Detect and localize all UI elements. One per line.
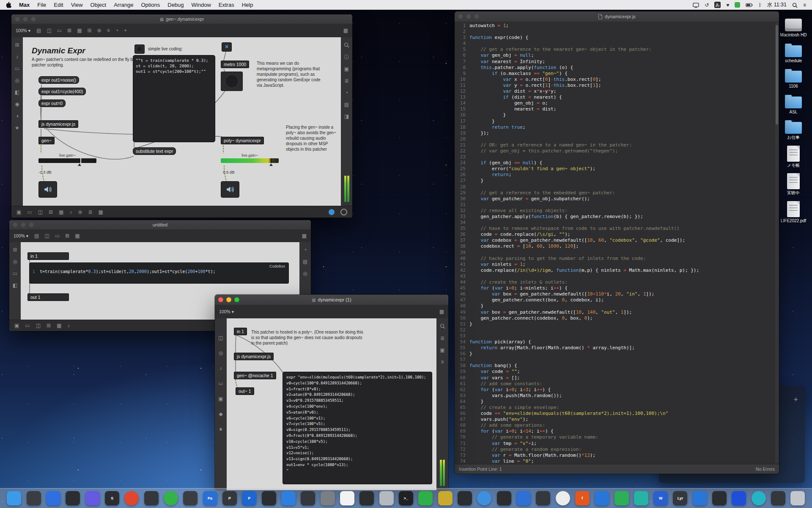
metro-object[interactable]: metro 1000 [221, 61, 249, 68]
toolbar-icon[interactable]: ⓘ [344, 55, 349, 60]
code-line-37[interactable]: 37 var codebox = gen_patcher.newdefault(… [455, 237, 776, 243]
code-line-50[interactable]: 50 gen_patcher.connect(codebox, 0, box, … [455, 315, 776, 321]
out-object[interactable]: out~ 1 [236, 387, 254, 395]
toolbar-icon[interactable]: ≣ [440, 336, 444, 341]
toolbar-icon[interactable]: ▩ [343, 28, 348, 33]
apple-menu[interactable] [6, 1, 11, 8]
patcher-canvas[interactable]: Dynamic Expr A gen~ patcher's content ca… [23, 37, 341, 206]
expr-message[interactable]: expr "env=slide(mulequals(t60(samplerate… [283, 372, 432, 484]
gen-object[interactable]: gen~ [38, 137, 55, 144]
toolbar-icon[interactable]: ◫ [36, 323, 41, 328]
gain-track[interactable] [38, 158, 96, 163]
gen-patcher-window[interactable]: ▦gen~.dynamicexpr 100% ▾ ▤◫▭⊠▦⊞⊕≡◔+ ▩ ⊞♪… [11, 14, 352, 218]
toolbar-icon[interactable]: ⊞ [15, 42, 19, 47]
code-line-2[interactable]: 2 [455, 29, 776, 35]
js-editor-window[interactable]: dynamicexpr.js 1autowatch = 1; 2 3functi… [455, 11, 779, 474]
code-line-66[interactable]: 66 code += "env=slide(mulequals(t60(samp… [455, 411, 776, 417]
toolbar-icon[interactable]: ⊠ [67, 28, 71, 33]
code-line-61[interactable]: 61 // add some constants: [455, 381, 776, 387]
toolbar-icon[interactable]: ▤ [344, 102, 349, 107]
toolbar-icon[interactable]: ⊕ [97, 28, 102, 33]
menu-item-options[interactable]: Options [141, 2, 160, 8]
toolbar-icon[interactable]: ▦ [59, 210, 63, 215]
time-machine-icon[interactable]: ↺ [705, 2, 709, 8]
code-line-9[interactable]: 9 if (o.maxclass == "gen~") { [455, 71, 776, 77]
toolbar-icon[interactable]: ♪ [16, 54, 19, 59]
dock-app-13-icon[interactable]: P [242, 491, 256, 505]
toolbar-icon[interactable]: ◨ [344, 114, 349, 119]
code-line-10[interactable]: 10 var x = o.rect[0]-this.box.rect[0]; [455, 77, 776, 83]
code-line-7[interactable]: 7 var nearest = Infinity; [455, 59, 776, 65]
js-object[interactable]: js dynamicexpr.js [38, 120, 78, 128]
gen-object[interactable]: gen~ @nocache 1 [234, 372, 276, 379]
dock-app-33-icon[interactable] [634, 491, 648, 505]
dock-app-26-icon[interactable] [497, 491, 511, 505]
code-line-62[interactable]: 62 for (var i=0; i<3; i++) { [455, 387, 776, 393]
bang-button[interactable] [221, 72, 243, 91]
dock-app-32-icon[interactable] [614, 491, 629, 505]
toolbar-icon[interactable]: ▣ [344, 66, 349, 72]
code-line-16[interactable]: 16 } [455, 112, 776, 118]
code-line-32[interactable]: 32 // remove all existing objects: [455, 208, 776, 214]
desktop-icon-drive[interactable]: Macintosh HD [780, 19, 807, 38]
dock-app-9-icon[interactable] [164, 491, 178, 505]
titlebar[interactable]: ▦gen~.dynamicexpr [11, 14, 352, 24]
code-line-31[interactable]: 31 [455, 202, 776, 208]
dock-app-38-icon[interactable] [732, 491, 746, 505]
code-line-60[interactable]: 60 var vars = []; [455, 375, 776, 381]
dock-app-6-icon[interactable]: S [105, 491, 119, 505]
toolbar-icon[interactable]: ◎ [15, 78, 19, 83]
dock-app-12-icon[interactable]: P [222, 491, 237, 505]
menu-item-window[interactable]: Window [192, 2, 211, 8]
toolbar-icon[interactable]: ◆ [219, 411, 222, 417]
code-line-70[interactable]: 70 // generate a temporary variable name… [455, 434, 776, 440]
gain-handle[interactable] [269, 163, 273, 166]
dock-app-36-icon[interactable] [693, 491, 707, 505]
desktop-icon-doc[interactable]: 実験中 [787, 173, 800, 196]
toolbar-icon[interactable]: ◔ [304, 247, 307, 252]
zoom-level[interactable]: 100% ▾ [219, 309, 234, 314]
desktop-icon-folder[interactable]: 1106 [785, 69, 802, 89]
desktop-icon-folder[interactable]: schedule [785, 43, 802, 64]
code-line-55[interactable]: 55 return array[Math.floor(Math.random()… [455, 345, 776, 351]
code-line-43[interactable]: 43 [455, 273, 776, 279]
toolbar-icon[interactable]: ◫ [218, 335, 223, 340]
toolbar-icon[interactable]: ≡ [441, 359, 444, 364]
live-gain-left[interactable]: live.gain~ [38, 153, 96, 166]
search-icon[interactable] [344, 42, 349, 48]
code-line-51[interactable]: 51} [455, 321, 776, 327]
code-line-46[interactable]: 46 var box = gen_patcher.newdefault([10+… [455, 291, 776, 297]
close-button[interactable] [13, 222, 18, 227]
desktop-icon-doc[interactable]: メモ帳 [787, 146, 800, 168]
code-line-67[interactable]: 67 vars.push("env"); [455, 417, 776, 422]
toolbar-icon[interactable]: ◎ [13, 259, 17, 264]
code-line-3[interactable]: 3function expr(code) { [455, 35, 776, 41]
desktop-icon-folder[interactable]: ASL [785, 94, 802, 115]
display-icon[interactable] [693, 2, 699, 8]
toolbar-icon[interactable]: ◔ [345, 90, 348, 95]
toolbar-icon[interactable]: ◧ [13, 283, 17, 288]
ezdac-button[interactable] [38, 181, 57, 198]
button-object[interactable] [134, 44, 145, 54]
dock-app-23-icon[interactable] [438, 491, 453, 505]
zoom-level[interactable]: 100% ▾ [16, 28, 30, 33]
minimize-button[interactable] [23, 17, 28, 22]
toolbar-icon[interactable]: ◧ [15, 90, 19, 95]
code-line-72[interactable]: 72 // generate a random expression: [455, 447, 776, 453]
titlebar[interactable]: ▦dynamicexpr (1) [215, 295, 448, 305]
toolbar-icon[interactable]: ▭ [57, 28, 62, 33]
code-line-19[interactable]: 19 }); [455, 130, 776, 136]
dock-app-27-icon[interactable] [516, 491, 531, 505]
heart-icon[interactable]: ♥ [726, 2, 729, 8]
toolbar-icon[interactable]: ≡ [107, 28, 110, 33]
code-line-45[interactable]: 45 for (var i=0; i<ninlets; i++) { [455, 285, 776, 291]
toolbar-icon[interactable]: ▭ [15, 66, 19, 71]
dock-app-19-icon[interactable] [359, 491, 374, 505]
code-line-42[interactable]: 42 code.replace(/in(\d+)/igm, function(m… [455, 268, 776, 273]
dock-app-24-icon[interactable] [458, 491, 472, 505]
code-line-59[interactable]: 59 var code = ""; [455, 369, 776, 375]
gain-track[interactable] [221, 158, 279, 163]
toolbar-icon[interactable]: ▭ [218, 381, 223, 386]
code-line-44[interactable]: 44 // create the inlets & outlets: [455, 279, 776, 285]
code-line-21[interactable]: 21 // OR: get a reference to a named gen… [455, 142, 776, 148]
